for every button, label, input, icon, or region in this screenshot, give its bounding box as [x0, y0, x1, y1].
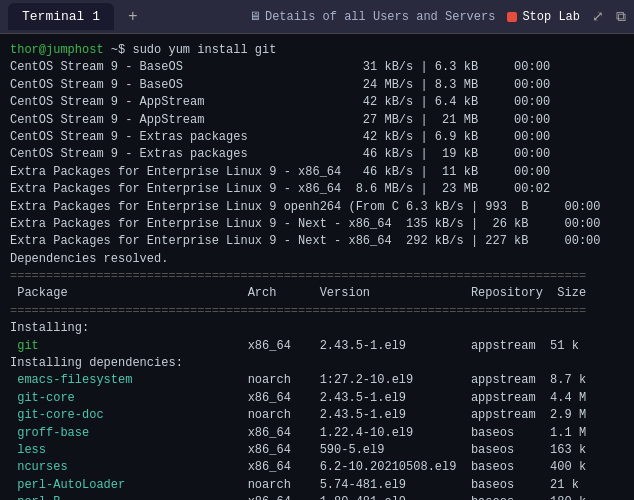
stop-lab-label: Stop Lab: [522, 10, 580, 24]
terminal-line: Extra Packages for Enterprise Linux 9 - …: [10, 233, 624, 250]
terminal-line: Installing dependencies:: [10, 355, 624, 372]
terminal-line: less x86_64 590-5.el9 baseos 163 k: [10, 442, 624, 459]
terminal-line: Package Arch Version Repository Size: [10, 285, 624, 302]
terminal-line: ncurses x86_64 6.2-10.20210508.el9 baseo…: [10, 459, 624, 476]
terminal-line: Extra Packages for Enterprise Linux 9 - …: [10, 164, 624, 181]
prompt-user: thor@jumphost: [10, 43, 104, 57]
terminal-tab[interactable]: Terminal 1: [8, 3, 114, 30]
terminal-line: CentOS Stream 9 - Extras packages 46 kB/…: [10, 146, 624, 163]
terminal-line: CentOS Stream 9 - Extras packages 42 kB/…: [10, 129, 624, 146]
titlebar-right: 🖥 Details of all Users and Servers Stop …: [249, 8, 626, 25]
terminal-line: Extra Packages for Enterprise Linux 9 - …: [10, 181, 624, 198]
terminal-line: emacs-filesystem noarch 1:27.2-10.el9 ap…: [10, 372, 624, 389]
terminal-output: CentOS Stream 9 - BaseOS 31 kB/s | 6.3 k…: [10, 59, 624, 500]
terminal-line: CentOS Stream 9 - BaseOS 31 kB/s | 6.3 k…: [10, 59, 624, 76]
terminal-line: git-core x86_64 2.43.5-1.el9 appstream 4…: [10, 390, 624, 407]
titlebar: Terminal 1 + 🖥 Details of all Users and …: [0, 0, 634, 34]
details-link[interactable]: 🖥 Details of all Users and Servers: [249, 9, 495, 24]
terminal-line: CentOS Stream 9 - AppStream 42 kB/s | 6.…: [10, 94, 624, 111]
terminal-line: CentOS Stream 9 - AppStream 27 MB/s | 21…: [10, 112, 624, 129]
terminal-line: Extra Packages for Enterprise Linux 9 op…: [10, 199, 624, 216]
monitor-icon: 🖥: [249, 9, 261, 24]
external-icon[interactable]: ⧉: [616, 9, 626, 25]
terminal-line: ========================================…: [10, 303, 624, 320]
terminal-line: git-core-doc noarch 2.43.5-1.el9 appstre…: [10, 407, 624, 424]
tab-label: Terminal 1: [22, 9, 100, 24]
terminal-line: Installing:: [10, 320, 624, 337]
stop-lab-button[interactable]: Stop Lab: [507, 10, 580, 24]
details-text: Details of all Users and Servers: [265, 10, 495, 24]
stop-dot-icon: [507, 12, 517, 22]
terminal-line: perl-B x86_64 1.80-481.el9 baseos 180 k: [10, 494, 624, 500]
expand-icon[interactable]: ⤢: [592, 8, 604, 25]
terminal-line: git x86_64 2.43.5-1.el9 appstream 51 k: [10, 338, 624, 355]
terminal-line: perl-AutoLoader noarch 5.74-481.el9 base…: [10, 477, 624, 494]
add-tab-button[interactable]: +: [118, 2, 148, 32]
terminal-area[interactable]: thor@jumphost ~$ sudo yum install git Ce…: [0, 34, 634, 500]
terminal-line: ========================================…: [10, 268, 624, 285]
terminal-line: Extra Packages for Enterprise Linux 9 - …: [10, 216, 624, 233]
terminal-line: CentOS Stream 9 - BaseOS 24 MB/s | 8.3 M…: [10, 77, 624, 94]
terminal-line: Dependencies resolved.: [10, 251, 624, 268]
prompt-line: thor@jumphost ~$ sudo yum install git: [10, 42, 624, 59]
terminal-line: groff-base x86_64 1.22.4-10.el9 baseos 1…: [10, 425, 624, 442]
